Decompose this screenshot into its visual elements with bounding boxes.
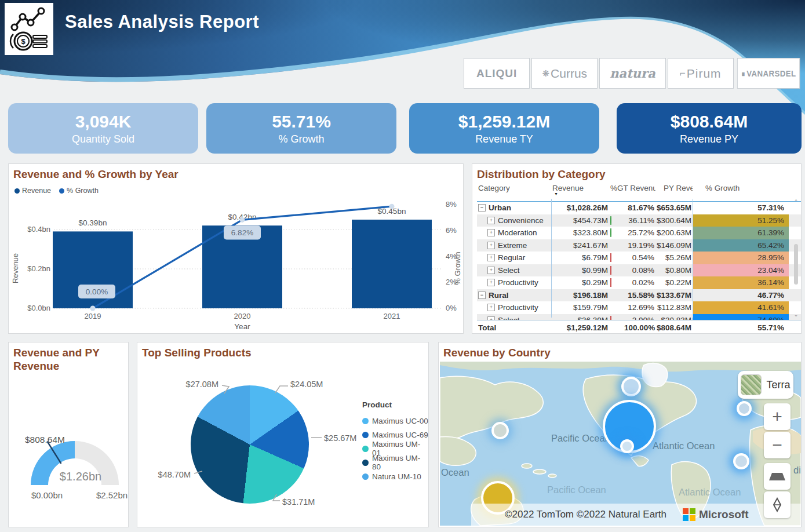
kpi-value: $808.64M <box>617 112 802 132</box>
category-cell: +Moderation <box>477 228 551 237</box>
green-circle-icon <box>610 216 611 225</box>
expand-toggle[interactable]: + <box>487 254 495 261</box>
kpi-label: Revenue PY <box>617 133 802 145</box>
py-revenue-cell: $0.22M <box>655 278 693 287</box>
category-cell: +Convenience <box>477 216 551 225</box>
svg-text:$0.00bn: $0.00bn <box>31 490 63 500</box>
pie-slice-label: $48.70M <box>158 470 191 479</box>
table-row[interactable]: +Convenience$454.73M36.11%$300.64M51.25% <box>477 214 801 227</box>
column-header-revenue[interactable]: Revenue▼ <box>551 184 609 196</box>
column-header--gt-revenue[interactable]: %GT Revenue <box>609 184 655 192</box>
map-data-bubble[interactable] <box>491 422 509 439</box>
pie-chart[interactable] <box>191 385 309 504</box>
brand-logo-pirum: ⌐Pirum <box>668 58 734 89</box>
red-diamond-icon <box>610 266 611 275</box>
table-header-row: CategoryRevenue▼%GT RevenuePY Revenue% G… <box>477 182 801 202</box>
pie-chart-area: $24.05M$25.67M$31.71M$48.70M$27.08MProdu… <box>137 342 428 527</box>
growth-cell: 51.25% <box>693 214 789 227</box>
expand-toggle[interactable]: + <box>487 304 495 311</box>
panel-revenue-growth-by-year: Revenue and % Growth by Year Revenue% Gr… <box>8 163 464 334</box>
gt-revenue-cell: 25.72% <box>623 228 655 237</box>
svg-text:$0.4bn: $0.4bn <box>27 225 50 234</box>
growth-cell: 46.77% <box>693 289 789 302</box>
world-map[interactable]: Pacific OceanAtlantic OceanOceandiPacifi… <box>440 362 801 526</box>
table-row[interactable]: −Urban$1,028.26M81.67%$653.65M57.31% <box>477 202 801 214</box>
scrollbar-thumb[interactable] <box>794 244 798 285</box>
map-zoom-in-icon: + <box>772 407 782 427</box>
pie-legend-label: Maximus UM-80 <box>372 454 428 471</box>
table-row[interactable]: +Regular$6.79M0.54%$5.26M28.95% <box>477 252 801 264</box>
ocean-label: Ocean <box>441 467 469 478</box>
sales-analytics-icon: $ <box>9 6 49 52</box>
legend-dot-icon <box>362 460 369 466</box>
table-row[interactable]: +Moderation$323.80M25.72%$200.63M61.39% <box>477 227 801 239</box>
map-zoom-in-button[interactable]: + <box>764 403 791 430</box>
map-zoom-out-button[interactable]: − <box>764 432 791 458</box>
revenue-cell: $36.39M <box>551 316 609 320</box>
gt-revenue-cell: 15.58% <box>623 291 655 300</box>
gt-revenue-cell: 0.02% <box>623 278 655 287</box>
map-data-bubble[interactable] <box>621 377 641 396</box>
panel-revenue-by-country: Revenue by Country <box>438 342 802 527</box>
map-pitch-button[interactable] <box>764 463 791 490</box>
column-divider <box>693 199 693 318</box>
growth-value: 51.25% <box>693 214 789 227</box>
expand-toggle[interactable]: + <box>487 267 495 274</box>
map-zoom-out-icon: − <box>772 435 782 455</box>
column-header-category[interactable]: Category <box>477 184 551 192</box>
brand-glyph-icon: ⌐ <box>680 68 686 79</box>
expand-toggle[interactable]: + <box>487 242 495 249</box>
page-title: Sales Analysis Report <box>65 12 259 32</box>
panel-revenue-py-gauge: Revenue and PY Revenue $808.64M$1.26bn$0… <box>8 342 129 527</box>
svg-text:% Growth: % Growth <box>453 252 462 285</box>
category-cell: +Productivity <box>477 278 551 287</box>
expand-toggle[interactable]: + <box>487 279 495 286</box>
growth-value: 41.61% <box>693 301 789 314</box>
scroll-up-icon[interactable]: ⌃ <box>793 199 799 205</box>
pie-slice-label: $24.05M <box>290 380 323 389</box>
kpi-card--growth: 55.71%% Growth <box>206 103 396 154</box>
table-row[interactable]: +Extreme$241.67M19.19%$146.09M65.42% <box>477 239 801 252</box>
py-revenue-cell: $112.83M <box>655 303 693 312</box>
map-data-bubble[interactable] <box>620 439 634 453</box>
gt-revenue-cell: 19.19% <box>623 241 655 250</box>
panel-title: Revenue by Country <box>439 342 801 359</box>
growth-value: 46.77% <box>693 289 789 302</box>
brand-logo-row: ALIQUI❋Currusnatura⌐Pirum∎VANARSDEL <box>464 58 802 89</box>
brand-logo-currus: ❋Currus <box>531 58 598 89</box>
expand-toggle[interactable]: + <box>487 217 495 224</box>
ocean-label: Atlantic Ocean <box>653 440 715 451</box>
table-row[interactable]: −Rural$196.18M15.58%$133.67M46.77% <box>477 289 801 302</box>
table-row[interactable]: +Productivity$0.29M0.02%$0.22M36.14% <box>477 276 801 289</box>
expand-toggle[interactable]: − <box>478 204 486 212</box>
growth-value: 28.95% <box>693 252 789 264</box>
expand-toggle[interactable]: + <box>487 229 495 236</box>
pie-legend-item[interactable]: Maximus UM-80 <box>362 456 428 469</box>
column-header--growth[interactable]: % Growth <box>693 184 789 192</box>
expand-toggle[interactable]: + <box>487 316 495 320</box>
pie-legend-item[interactable]: Maximus UC-00 <box>362 414 428 428</box>
map-style-terra-button[interactable]: Terra <box>738 371 793 399</box>
growth-cell: 65.42% <box>693 239 789 252</box>
table-row[interactable]: +Select$0.99M0.08%$0.80M23.04% <box>477 264 801 277</box>
pie-legend-item[interactable]: Natura UM-10 <box>362 469 428 483</box>
map-compass-button[interactable] <box>764 491 791 518</box>
chart-legend: Revenue% Growth <box>14 187 99 195</box>
expand-toggle[interactable]: − <box>478 291 486 299</box>
dashboard-root: $ Sales Analysis Report ALIQUI❋Currusnat… <box>0 0 805 532</box>
kpi-status-cell <box>609 228 623 237</box>
kpi-status-cell <box>609 278 623 287</box>
map-data-bubble[interactable] <box>733 453 749 469</box>
table-row[interactable]: +Productivity$159.79M12.69%$112.83M41.61… <box>477 301 801 314</box>
table-scrollbar[interactable]: ⌃ ⌄ <box>793 199 799 318</box>
column-header-py-revenue[interactable]: PY Revenue <box>655 184 693 192</box>
svg-text:$1.26bn: $1.26bn <box>60 470 101 483</box>
kpi-status-cell <box>609 316 623 320</box>
pie-slice-label: $27.08M <box>186 380 218 389</box>
scroll-down-icon[interactable]: ⌄ <box>793 312 799 318</box>
legend-dot-icon <box>59 188 64 194</box>
kpi-status-cell <box>609 266 623 275</box>
kpi-status-cell <box>609 253 623 262</box>
table-row[interactable]: +Select$36.39M2.90%$20.83M74.60% <box>477 314 801 320</box>
map-data-bubble[interactable] <box>737 401 752 416</box>
